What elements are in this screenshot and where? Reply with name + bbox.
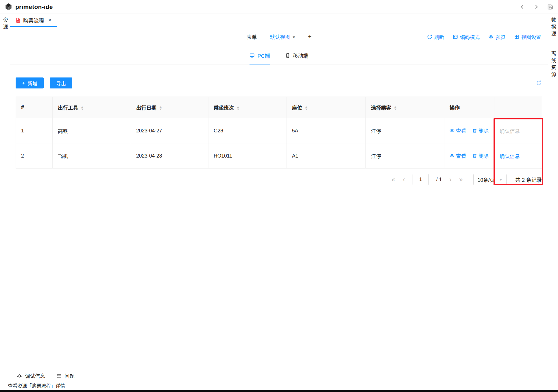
list-icon bbox=[56, 373, 62, 379]
sort-icon[interactable]: ▲▼ bbox=[305, 106, 308, 110]
view-settings-button[interactable]: 视图设置 bbox=[514, 33, 541, 40]
tab-pc[interactable]: PC端 bbox=[250, 46, 270, 64]
tab-mobile-label: 移动端 bbox=[293, 52, 308, 59]
code-mode-icon bbox=[453, 34, 458, 39]
view-link-label: 查看 bbox=[456, 127, 466, 134]
delete-link[interactable]: 删除 bbox=[472, 152, 489, 159]
device-tab-bar: PC端 移动端 bbox=[10, 46, 548, 64]
app-header: primeton-ide bbox=[0, 0, 558, 14]
sort-icon[interactable]: ▲▼ bbox=[159, 106, 162, 110]
view-toolbar: 刷新 编码模式 预览 视图设置 bbox=[427, 33, 541, 40]
code-mode-label: 编码模式 bbox=[460, 33, 480, 40]
total-records-label: 共 2 条记录 bbox=[515, 176, 542, 183]
cell-passenger: 江停 bbox=[366, 143, 444, 169]
history-back-icon[interactable] bbox=[519, 4, 526, 10]
last-page-button[interactable]: » bbox=[459, 176, 463, 183]
document-icon bbox=[15, 18, 21, 23]
column-header-date[interactable]: 出行日期▲▼ bbox=[131, 97, 208, 118]
refresh-button[interactable]: 刷新 bbox=[427, 33, 444, 40]
save-icon[interactable] bbox=[547, 4, 553, 10]
tab-ticket-flow[interactable]: 购票流程 ✕ bbox=[10, 14, 57, 27]
records-table: # 出行工具▲▼ 出行日期▲▼ 乘坐班次▲▼ 座位▲▼ 选择乘客▲▼ 操作 1 … bbox=[16, 97, 542, 169]
tab-default-view[interactable]: 默认视图 ▼ bbox=[268, 27, 296, 46]
preview-label: 预览 bbox=[496, 33, 505, 40]
sort-icon[interactable]: ▲▼ bbox=[237, 106, 239, 110]
prev-page-button[interactable]: ‹ bbox=[403, 176, 405, 183]
view-settings-label: 视图设置 bbox=[521, 33, 541, 40]
export-button[interactable]: 导出 bbox=[50, 77, 72, 88]
add-record-label: 新增 bbox=[27, 79, 37, 87]
cell-tool: 飞机 bbox=[53, 143, 131, 169]
bottom-black-strip bbox=[0, 390, 558, 392]
cell-index: 2 bbox=[16, 143, 53, 169]
grid-settings-icon bbox=[514, 34, 519, 39]
right-rail: 数据源 离线资源 bbox=[548, 14, 558, 390]
plus-icon: + bbox=[308, 33, 311, 40]
trash-icon bbox=[472, 153, 477, 158]
add-view-button[interactable]: + bbox=[307, 27, 313, 46]
column-header-seat[interactable]: 座位▲▼ bbox=[287, 97, 366, 118]
cell-seat: 5A bbox=[287, 118, 366, 143]
next-page-button[interactable]: › bbox=[449, 176, 452, 183]
preview-icon bbox=[488, 34, 494, 39]
preview-button[interactable]: 预览 bbox=[488, 33, 505, 40]
view-content: + 新增 导出 # 出行工具▲▼ 出行日期▲▼ 乘坐班次▲▼ bbox=[10, 77, 548, 383]
cell-confirm: 确认信息 bbox=[494, 143, 542, 169]
delete-link-label: 删除 bbox=[478, 127, 489, 134]
action-button-row: + 新增 导出 bbox=[16, 77, 542, 88]
resources-rail-item[interactable]: 资源 bbox=[1, 17, 9, 31]
status-text: 查看资源「购票流程」详情 bbox=[8, 382, 65, 389]
cell-operations: 查看 删除 bbox=[444, 118, 494, 143]
issues-label: 问题 bbox=[64, 372, 75, 379]
add-record-button[interactable]: + 新增 bbox=[16, 77, 44, 88]
close-icon[interactable]: ✕ bbox=[48, 18, 52, 23]
view-link[interactable]: 查看 bbox=[450, 127, 466, 134]
view-tab-bar: 表单 默认视图 ▼ + bbox=[214, 27, 344, 46]
chevron-down-icon: ▼ bbox=[292, 36, 296, 39]
tab-form[interactable]: 表单 bbox=[245, 27, 258, 46]
debug-info-label: 调试信息 bbox=[25, 372, 45, 379]
bottom-toolbar: 调试信息 问题 bbox=[0, 370, 548, 381]
app-logo-icon bbox=[5, 3, 12, 11]
app-title: primeton-ide bbox=[15, 3, 53, 10]
tab-mobile[interactable]: 移动端 bbox=[285, 46, 308, 64]
tab-form-label: 表单 bbox=[246, 33, 257, 40]
column-header-tool[interactable]: 出行工具▲▼ bbox=[53, 97, 131, 118]
datasource-rail-item[interactable]: 数据源 bbox=[550, 17, 557, 38]
confirm-info-link[interactable]: 确认信息 bbox=[500, 128, 520, 134]
tab-label: 购票流程 bbox=[23, 16, 44, 24]
tab-pc-label: PC端 bbox=[257, 52, 270, 59]
sort-icon[interactable]: ▲▼ bbox=[81, 106, 84, 110]
view-tab-row: 表单 默认视图 ▼ + 刷新 编码模式 预览 bbox=[10, 27, 548, 46]
page-size-select[interactable]: 10条/页 ▼ bbox=[473, 174, 507, 185]
delete-link[interactable]: 删除 bbox=[472, 127, 489, 134]
workspace: 购票流程 ✕ 表单 默认视图 ▼ + 刷新 编码模式 bbox=[10, 14, 548, 370]
cell-tool: 高铁 bbox=[53, 118, 131, 143]
eye-icon bbox=[450, 128, 454, 133]
column-header-index: # bbox=[16, 97, 53, 118]
sort-icon[interactable]: ▲▼ bbox=[394, 106, 397, 110]
offline-resources-rail-item[interactable]: 离线资源 bbox=[550, 51, 557, 79]
page-input[interactable]: 1 bbox=[413, 174, 429, 185]
debug-info-button[interactable]: 调试信息 bbox=[16, 372, 45, 379]
status-bar: 查看资源「购票流程」详情 bbox=[0, 381, 558, 390]
column-header-train[interactable]: 乘坐班次▲▼ bbox=[208, 97, 287, 118]
confirm-info-link[interactable]: 确认信息 bbox=[500, 154, 520, 159]
code-mode-button[interactable]: 编码模式 bbox=[453, 33, 480, 40]
history-forward-icon[interactable] bbox=[533, 4, 539, 10]
first-page-button[interactable]: « bbox=[391, 176, 395, 183]
column-header-passenger[interactable]: 选择乘客▲▼ bbox=[366, 97, 444, 118]
cell-operations: 查看 删除 bbox=[444, 143, 494, 169]
view-link[interactable]: 查看 bbox=[450, 152, 466, 159]
issues-button[interactable]: 问题 bbox=[56, 372, 75, 379]
left-rail: 资源 bbox=[0, 14, 10, 370]
eye-icon bbox=[450, 153, 454, 158]
cell-passenger: 江停 bbox=[366, 118, 444, 143]
table-header-row: # 出行工具▲▼ 出行日期▲▼ 乘坐班次▲▼ 座位▲▼ 选择乘客▲▼ 操作 bbox=[16, 97, 542, 118]
plus-icon: + bbox=[22, 80, 25, 86]
table-row: 1 高铁 2023-04-27 G28 5A 江停 查看 删除 bbox=[16, 118, 542, 143]
sync-icon[interactable] bbox=[536, 80, 542, 86]
table-row: 2 飞机 2023-04-28 HO1011 A1 江停 查看 删除 bbox=[16, 143, 542, 169]
refresh-label: 刷新 bbox=[434, 33, 444, 40]
phone-icon bbox=[285, 53, 290, 58]
